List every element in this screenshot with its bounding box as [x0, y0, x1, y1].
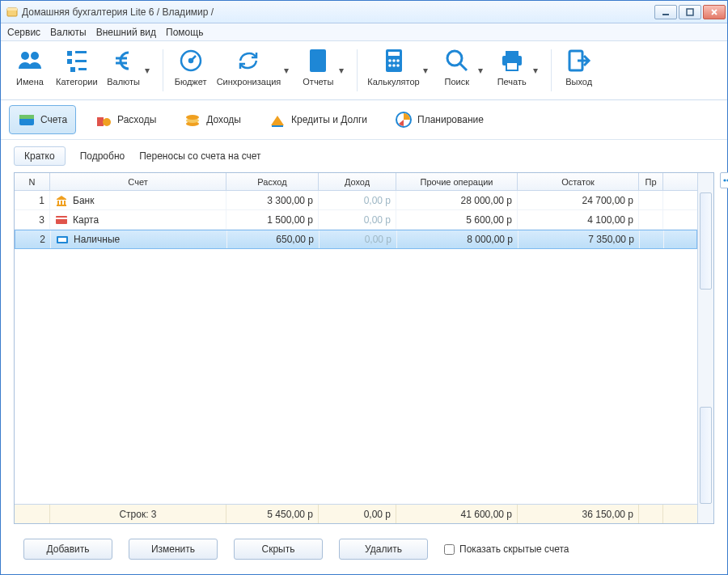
- window-title: Домашняя бухгалтерия Lite 6 / Владимир /: [22, 6, 214, 18]
- grid-body: 1 Банк 3 300,00 р 0,00 р 28 000,00 р 24 …: [15, 191, 697, 504]
- col-pr[interactable]: Пр: [639, 173, 663, 190]
- section-tabs: Счета Расходы Доходы Кредиты и Долги Пла…: [1, 100, 727, 140]
- svg-rect-40: [56, 216, 67, 224]
- menu-service[interactable]: Сервис: [7, 27, 40, 38]
- show-hidden-checkbox[interactable]: Показать скрытые счета: [444, 543, 569, 555]
- tab-expenses[interactable]: Расходы: [86, 105, 165, 134]
- print-button[interactable]: Печать: [491, 46, 533, 88]
- svg-point-22: [447, 51, 462, 66]
- view-bar: Кратко Подробно Переносы со счета на сче…: [1, 140, 727, 172]
- cash-icon: [56, 233, 69, 246]
- table-row[interactable]: 2 Наличные 650,00 р 0,00 р 8 000,00 р 7 …: [15, 230, 697, 249]
- accounts-grid: N Счет Расход Доход Прочие операции Оста…: [14, 172, 714, 524]
- planning-icon: [395, 111, 413, 129]
- svg-point-18: [396, 59, 400, 62]
- exit-button[interactable]: Выход: [558, 46, 600, 88]
- menu-view[interactable]: Внешний вид: [96, 27, 156, 38]
- wallet-icon: [18, 111, 36, 129]
- svg-rect-39: [57, 205, 66, 206]
- add-button[interactable]: Добавить: [23, 539, 112, 560]
- bank-icon: [55, 194, 68, 207]
- svg-rect-3: [687, 9, 693, 15]
- main-toolbar: Имена Категории Валюты ▾ Бюджет Синхрони…: [1, 41, 727, 100]
- names-button[interactable]: Имена: [9, 46, 51, 88]
- grid-options-button[interactable]: [720, 172, 728, 188]
- svg-rect-28: [19, 115, 34, 119]
- minimize-button[interactable]: [654, 5, 677, 19]
- show-hidden-input[interactable]: [444, 544, 455, 555]
- view-transfers-link[interactable]: Переносы со счета на счет: [139, 150, 260, 162]
- search-icon: [444, 48, 470, 74]
- edit-button[interactable]: Изменить: [129, 539, 218, 560]
- col-expense[interactable]: Расход: [226, 173, 319, 190]
- col-other[interactable]: Прочие операции: [396, 173, 518, 190]
- menu-help[interactable]: Помощь: [166, 27, 203, 38]
- separator: [163, 49, 163, 91]
- scroll-thumb[interactable]: [700, 192, 712, 290]
- col-n[interactable]: N: [15, 173, 50, 190]
- svg-rect-41: [56, 218, 67, 219]
- svg-point-5: [31, 52, 39, 60]
- sync-icon: [235, 48, 261, 74]
- exit-icon: [566, 48, 592, 74]
- svg-rect-25: [506, 62, 518, 70]
- calc-dropdown[interactable]: ▾: [423, 65, 431, 76]
- tab-planning[interactable]: Планирование: [386, 105, 493, 134]
- button-bar: Добавить Изменить Скрыть Удалить Показат…: [1, 524, 727, 574]
- svg-point-13: [189, 59, 193, 62]
- svg-rect-9: [75, 60, 87, 62]
- svg-rect-8: [67, 59, 72, 64]
- currencies-button[interactable]: Валюты: [103, 46, 145, 88]
- svg-rect-2: [662, 14, 669, 15]
- printer-icon: [499, 48, 525, 74]
- scroll-thumb[interactable]: [700, 407, 712, 504]
- view-brief-button[interactable]: Кратко: [14, 146, 66, 166]
- svg-rect-1: [7, 8, 17, 11]
- maximize-button[interactable]: [679, 5, 701, 19]
- grid-footer: Строк: 3 5 450,00 р 0,00 р 41 600,00 р 3…: [15, 504, 697, 523]
- tab-accounts[interactable]: Счета: [9, 105, 76, 134]
- hide-button[interactable]: Скрыть: [234, 539, 323, 560]
- svg-point-19: [388, 64, 392, 67]
- tree-icon: [64, 48, 90, 74]
- currencies-dropdown[interactable]: ▾: [145, 65, 153, 76]
- sync-button[interactable]: Синхронизация: [214, 46, 285, 88]
- grid-header: N Счет Расход Доход Прочие операции Оста…: [15, 173, 697, 191]
- reports-button[interactable]: Отчеты: [297, 46, 339, 88]
- search-button[interactable]: Поиск: [436, 46, 478, 88]
- svg-rect-37: [61, 201, 62, 205]
- credits-icon: [269, 111, 286, 129]
- menu-currencies[interactable]: Валюты: [50, 27, 87, 38]
- col-balance[interactable]: Остаток: [518, 173, 639, 190]
- separator: [357, 49, 358, 91]
- reports-dropdown[interactable]: ▾: [339, 65, 347, 76]
- table-row[interactable]: 1 Банк 3 300,00 р 0,00 р 28 000,00 р 24 …: [15, 191, 697, 210]
- view-detailed-link[interactable]: Подробно: [80, 150, 125, 162]
- calc-button[interactable]: Калькулятор: [364, 46, 422, 88]
- print-dropdown[interactable]: ▾: [533, 65, 541, 76]
- svg-rect-38: [64, 201, 66, 205]
- budget-button[interactable]: Бюджет: [170, 46, 212, 88]
- svg-rect-23: [506, 51, 518, 56]
- tab-credits[interactable]: Кредиты и Долги: [260, 105, 376, 134]
- col-account[interactable]: Счет: [50, 173, 226, 190]
- scrollbar[interactable]: [697, 173, 713, 523]
- col-income[interactable]: Доход: [319, 173, 396, 190]
- search-dropdown[interactable]: ▾: [478, 65, 486, 76]
- svg-point-44: [723, 179, 726, 181]
- delete-button[interactable]: Удалить: [339, 539, 428, 560]
- chart-icon: [305, 48, 331, 74]
- calculator-icon: [381, 48, 407, 74]
- svg-rect-29: [97, 117, 104, 126]
- svg-point-4: [21, 52, 29, 60]
- tab-incomes[interactable]: Доходы: [175, 105, 250, 134]
- table-row[interactable]: 3 Карта 1 500,00 р 0,00 р 5 600,00 р 4 1…: [15, 210, 697, 230]
- sync-dropdown[interactable]: ▾: [284, 65, 292, 76]
- gauge-icon: [178, 48, 204, 74]
- categories-button[interactable]: Категории: [53, 46, 101, 88]
- svg-rect-43: [58, 238, 66, 242]
- close-button[interactable]: [703, 5, 726, 19]
- svg-point-30: [103, 118, 111, 126]
- expenses-icon: [95, 111, 112, 129]
- people-icon: [17, 48, 43, 74]
